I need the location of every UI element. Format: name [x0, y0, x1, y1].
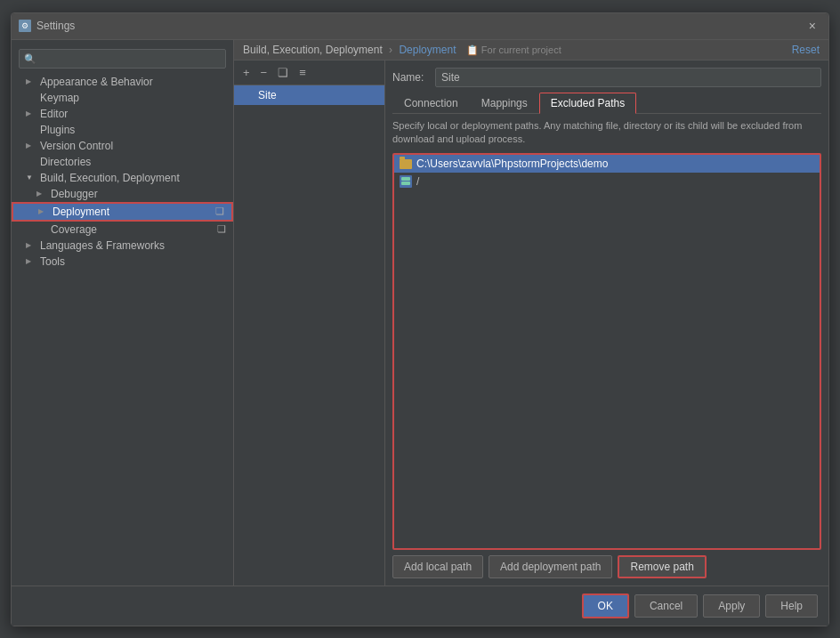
sidebar-item-editor[interactable]: ▶ Editor	[12, 106, 233, 122]
sidebar-item-label: Keymap	[40, 92, 79, 104]
ok-button[interactable]: OK	[582, 594, 629, 618]
name-input[interactable]	[435, 68, 821, 87]
titlebar: ⚙ Settings ×	[12, 13, 828, 40]
sidebar-item-label: Version Control	[40, 140, 113, 152]
sidebar-item-keymap[interactable]: Keymap	[12, 90, 233, 106]
sidebar: 🔍 ▶ Appearance & Behavior Keymap ▶ Edito…	[12, 40, 234, 586]
path-item-server[interactable]: /	[394, 173, 820, 190]
sidebar-item-label: Coverage	[51, 223, 97, 236]
sidebar-item-label: Appearance & Behavior	[40, 76, 153, 88]
svg-rect-1	[401, 182, 410, 185]
server-item[interactable]: Site	[234, 85, 384, 105]
sidebar-item-label: Debugger	[51, 188, 98, 200]
arrow-icon: ▶	[26, 77, 36, 85]
add-server-button[interactable]: +	[239, 64, 254, 81]
content-area: 🔍 ▶ Appearance & Behavior Keymap ▶ Edito…	[12, 40, 828, 586]
tab-mappings[interactable]: Mappings	[470, 93, 539, 114]
server-area: + − ❏ ≡ Site N	[234, 61, 828, 586]
app-icon: ⚙	[19, 20, 31, 32]
dialog-title: Settings	[36, 20, 804, 32]
remove-server-button[interactable]: −	[257, 64, 271, 81]
sidebar-item-plugins[interactable]: Plugins	[12, 122, 233, 138]
move-server-button[interactable]: ≡	[295, 64, 310, 81]
svg-rect-0	[401, 177, 410, 181]
separator-icon: ›	[389, 44, 395, 56]
name-label: Name:	[392, 71, 428, 84]
path-value: C:\Users\zavvla\PhpstormProjects\demo	[416, 157, 608, 170]
arrow-icon	[36, 225, 47, 233]
copy-server-button[interactable]: ❏	[274, 64, 292, 81]
server-toolbar: + − ❏ ≡	[234, 61, 384, 85]
search-box: 🔍	[19, 49, 226, 69]
arrow-icon: ▶	[38, 207, 49, 215]
close-button[interactable]: ×	[804, 17, 821, 35]
sidebar-item-label: Build, Execution, Deployment	[40, 172, 180, 184]
add-local-path-button[interactable]: Add local path	[392, 555, 483, 578]
description-text: Specify local or deployment paths. Any m…	[392, 119, 821, 147]
sidebar-item-appearance[interactable]: ▶ Appearance & Behavior	[12, 74, 233, 90]
copy-icon: ❏	[215, 206, 224, 217]
sidebar-item-label: Tools	[40, 255, 65, 268]
tab-connection[interactable]: Connection	[392, 93, 470, 114]
sidebar-item-deployment[interactable]: ▶ Deployment ❏	[12, 202, 233, 222]
sidebar-item-label: Directories	[40, 156, 91, 168]
server-list-column: + − ❏ ≡ Site	[234, 61, 385, 586]
sidebar-item-coverage[interactable]: Coverage ❏	[12, 222, 233, 238]
breadcrumb-bar: Build, Execution, Deployment › Deploymen…	[234, 40, 828, 61]
arrow-icon: ▶	[26, 257, 36, 265]
sidebar-item-label: Languages & Frameworks	[40, 239, 165, 252]
name-row: Name:	[392, 68, 821, 87]
arrow-icon	[26, 125, 36, 133]
arrow-icon: ▶	[36, 190, 47, 198]
breadcrumb-part1: Build, Execution, Deployment	[243, 44, 383, 56]
remove-path-button[interactable]: Remove path	[618, 555, 706, 578]
cancel-button[interactable]: Cancel	[634, 594, 698, 618]
sidebar-item-debugger[interactable]: ▶ Debugger	[12, 186, 233, 202]
help-button[interactable]: Help	[765, 594, 818, 618]
dialog-footer: OK Cancel Apply Help	[12, 586, 828, 626]
copy-icon2: ❏	[217, 223, 226, 235]
server-list: Site	[234, 85, 384, 586]
server-icon	[241, 89, 254, 101]
settings-dialog: ⚙ Settings × 🔍 ▶ Appearance & Behavior K…	[11, 12, 829, 626]
breadcrumb-active: Deployment	[399, 44, 456, 56]
add-deployment-path-button[interactable]: Add deployment path	[489, 555, 612, 578]
sidebar-item-tools[interactable]: ▶ Tools	[12, 254, 233, 270]
path-buttons: Add local path Add deployment path Remov…	[392, 555, 821, 578]
sidebar-item-label: Deployment	[52, 206, 109, 218]
server-name: Site	[258, 89, 277, 101]
path-value: /	[416, 175, 419, 188]
sidebar-item-directories[interactable]: Directories	[12, 154, 233, 170]
arrow-icon: ▼	[26, 174, 36, 182]
tabs-row: Connection Mappings Excluded Paths	[392, 93, 821, 114]
arrow-icon	[26, 93, 36, 101]
breadcrumb: Build, Execution, Deployment › Deploymen…	[243, 44, 561, 56]
sidebar-item-build[interactable]: ▼ Build, Execution, Deployment	[12, 170, 233, 186]
path-item-local[interactable]: C:\Users\zavvla\PhpstormProjects\demo	[394, 155, 820, 173]
sidebar-item-languages[interactable]: ▶ Languages & Frameworks	[12, 238, 233, 254]
folder-icon	[400, 159, 412, 169]
reset-link[interactable]: Reset	[792, 44, 820, 56]
tab-excluded-paths[interactable]: Excluded Paths	[539, 93, 636, 114]
sidebar-item-vcs[interactable]: ▶ Version Control	[12, 138, 233, 154]
sidebar-item-label: Plugins	[40, 124, 75, 136]
search-input[interactable]	[19, 49, 226, 69]
arrow-icon: ▶	[26, 109, 36, 117]
arrow-icon: ▶	[26, 241, 36, 249]
detail-area: Name: Connection Mappings Excluded Paths…	[385, 61, 828, 586]
search-icon: 🔍	[24, 52, 36, 64]
paths-container: C:\Users\zavvla\PhpstormProjects\demo /	[392, 153, 821, 549]
sidebar-item-label: Editor	[40, 108, 68, 120]
project-label: 📋 For current project	[466, 44, 561, 55]
main-panel: Build, Execution, Deployment › Deploymen…	[234, 40, 828, 586]
arrow-icon: ▶	[26, 141, 36, 149]
arrow-icon	[26, 157, 36, 166]
server-path-icon	[400, 175, 412, 188]
apply-button[interactable]: Apply	[703, 594, 760, 618]
